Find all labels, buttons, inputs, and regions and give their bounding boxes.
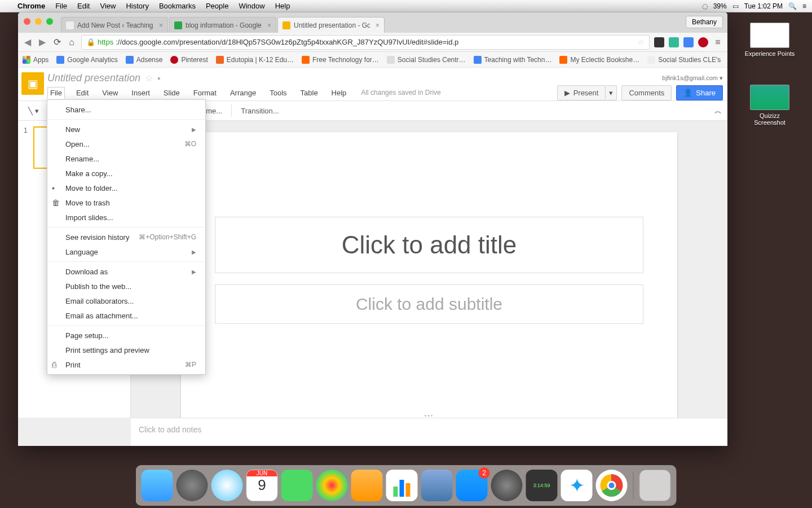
close-tab-icon[interactable]: × <box>159 21 163 29</box>
keynote-icon[interactable] <box>421 470 453 501</box>
twitter-icon[interactable]: ✦ <box>561 470 593 501</box>
file-menu-item[interactable]: Email as attachment... <box>47 308 205 323</box>
pages-icon[interactable] <box>351 470 383 501</box>
desktop-file-1[interactable]: Experience Points <box>744 23 795 57</box>
file-menu-item[interactable]: Download as▶ <box>47 264 205 279</box>
browser-tab-active[interactable]: Untitled presentation - Goo × <box>277 17 385 33</box>
minimize-window-button[interactable] <box>35 18 42 25</box>
transition-button[interactable]: Transition... <box>236 104 283 117</box>
zoom-window-button[interactable] <box>46 18 53 25</box>
slides-logo-icon[interactable]: ▣ <box>21 72 44 95</box>
share-button[interactable]: 👤Share <box>676 85 723 100</box>
browser-tab[interactable]: Add New Post ‹ Teaching w × <box>61 17 168 33</box>
mac-menu-window[interactable]: Window <box>233 2 270 10</box>
menu-view[interactable]: View <box>100 87 120 98</box>
chrome-menu-icon[interactable]: ≡ <box>713 37 723 47</box>
line-tool-icon[interactable]: ╲ ▾ <box>24 104 43 117</box>
forward-button[interactable]: ▶ <box>37 37 47 47</box>
subtitle-placeholder[interactable]: Click to add subtitle <box>215 284 643 324</box>
dropbox-icon[interactable]: ◌ <box>702 2 708 10</box>
numbers-icon[interactable] <box>386 470 418 501</box>
system-preferences-icon[interactable] <box>491 470 523 501</box>
bookmark-item[interactable]: Pinterest <box>170 56 208 64</box>
mac-menu-view[interactable]: View <box>95 2 121 10</box>
mac-menu-help[interactable]: Help <box>270 2 295 10</box>
calendar-icon[interactable]: JUN 9 <box>246 470 278 501</box>
present-dropdown[interactable]: ▾ <box>606 85 617 100</box>
bookmark-item[interactable]: Edutopia | K-12 Edu… <box>216 56 294 64</box>
close-window-button[interactable] <box>24 18 30 25</box>
slide-canvas[interactable]: Click to add title Click to add subtitle <box>181 132 677 426</box>
trash-icon[interactable] <box>639 470 671 501</box>
extension-icon[interactable] <box>669 37 679 47</box>
menu-table[interactable]: Table <box>298 87 320 98</box>
menu-insert[interactable]: Insert <box>129 87 152 98</box>
file-menu-item[interactable]: Import slides... <box>47 210 205 225</box>
appstore-icon[interactable]: 2 <box>456 470 488 501</box>
comments-button[interactable]: Comments <box>621 85 672 100</box>
document-title[interactable]: Untitled presentation <box>47 72 140 84</box>
bookmark-item[interactable]: Google Analytics <box>56 56 117 64</box>
browser-tab[interactable]: blog information - Google D × <box>169 17 276 33</box>
file-menu-item[interactable]: 🗑Move to trash <box>47 195 205 210</box>
file-menu-item[interactable]: Rename... <box>47 151 205 166</box>
menu-format[interactable]: Format <box>191 87 219 98</box>
launchpad-icon[interactable] <box>176 470 208 501</box>
file-menu-item[interactable]: ▪Move to folder... <box>47 181 205 195</box>
photos-icon[interactable] <box>316 470 348 501</box>
menu-arrange[interactable]: Arrange <box>228 87 258 98</box>
file-menu-item[interactable]: Publish to the web... <box>47 279 205 294</box>
mac-menu-file[interactable]: File <box>50 2 72 10</box>
close-tab-icon[interactable]: × <box>267 21 271 29</box>
canvas-area[interactable]: Click to add title Click to add subtitle <box>131 121 727 418</box>
facetime-icon[interactable] <box>281 470 313 501</box>
menu-help[interactable]: Help <box>329 87 349 98</box>
bookmark-item[interactable]: Adsense <box>126 56 163 64</box>
file-menu-item[interactable]: Share... <box>47 102 205 117</box>
menu-edit[interactable]: Edit <box>74 87 91 98</box>
clock[interactable]: Tue 1:02 PM <box>744 2 783 10</box>
notes-resize-handle[interactable]: ••• <box>131 413 727 418</box>
safari-icon[interactable] <box>211 470 243 501</box>
notification-center-icon[interactable]: ≡ <box>802 2 806 10</box>
file-menu-item[interactable]: New▶ <box>47 122 205 137</box>
menu-slide[interactable]: Slide <box>161 87 182 98</box>
file-menu-item[interactable]: Page setup... <box>47 328 205 343</box>
folder-icon[interactable]: ▪ <box>157 73 160 83</box>
present-button[interactable]: ▶Present <box>557 85 606 100</box>
mac-menu-bookmarks[interactable]: Bookmarks <box>154 2 201 10</box>
home-button[interactable]: ⌂ <box>67 37 77 47</box>
file-menu-item[interactable]: Make a copy... <box>47 166 205 181</box>
bookmark-apps[interactable]: Apps <box>23 56 48 64</box>
collapse-toolbar-icon[interactable]: ︽ <box>714 106 722 116</box>
close-tab-icon[interactable]: × <box>376 21 379 29</box>
menu-file[interactable]: File <box>47 87 65 99</box>
file-menu-item[interactable]: Language▶ <box>47 244 205 259</box>
address-bar[interactable]: 🔒 https ://docs.google.com/presentation/… <box>81 35 650 50</box>
pinterest-extension-icon[interactable] <box>698 37 708 47</box>
chrome-icon[interactable] <box>596 470 628 501</box>
file-menu-item[interactable]: Open...⌘O <box>47 137 205 151</box>
mac-menu-app[interactable]: Chrome <box>12 2 50 10</box>
speaker-notes[interactable]: Click to add notes <box>131 418 727 446</box>
finder-icon[interactable] <box>142 470 173 501</box>
extension-icon[interactable] <box>654 37 664 47</box>
mac-menu-people[interactable]: People <box>201 2 233 10</box>
reload-button[interactable]: ⟳ <box>52 37 62 47</box>
calculator-icon[interactable]: 3:14:59 <box>526 470 558 501</box>
desktop-file-2[interactable]: Quizizz Screenshot <box>744 85 795 126</box>
mac-menu-edit[interactable]: Edit <box>72 2 95 10</box>
bookmark-item[interactable]: My Eclectic Bookshe… <box>559 56 639 64</box>
bookmark-item[interactable]: Free Technology for… <box>302 56 379 64</box>
bookmark-item[interactable]: Social Studies Centr… <box>387 56 466 64</box>
account-email[interactable]: bjfink1s@gmail.com ▾ <box>662 75 723 82</box>
back-button[interactable]: ◀ <box>23 37 33 47</box>
file-menu-item[interactable]: Email collaborators... <box>47 294 205 308</box>
title-placeholder[interactable]: Click to add title <box>215 217 643 273</box>
battery-icon[interactable]: ▭ <box>732 2 739 10</box>
mac-menu-history[interactable]: History <box>121 2 153 10</box>
file-menu-item[interactable]: See revision history⌘+Option+Shift+G <box>47 230 205 244</box>
bookmark-item[interactable]: Social Studies CLE's <box>647 56 721 64</box>
bookmark-star-icon[interactable]: ☆ <box>638 38 645 46</box>
extension-icon[interactable] <box>683 37 694 47</box>
